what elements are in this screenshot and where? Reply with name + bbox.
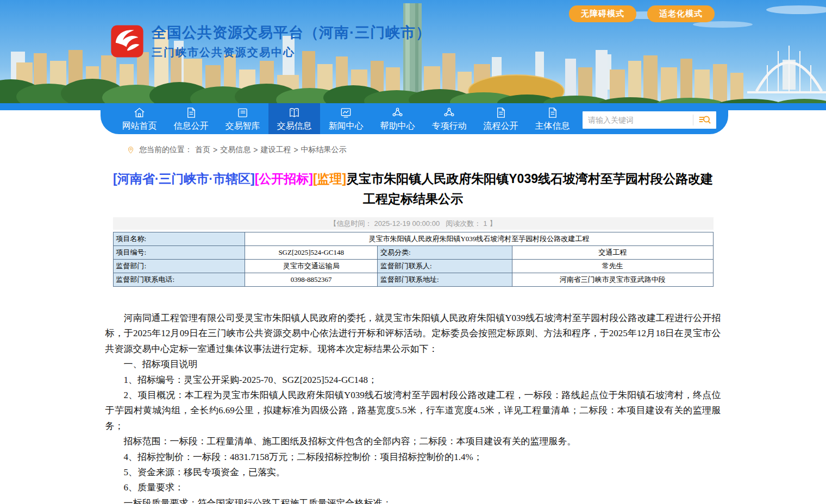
- search-input[interactable]: [583, 116, 693, 124]
- title-main-text: 灵宝市朱阳镇人民政府朱阳镇Y039线石坡湾村至芋园村段公路改建工程定标结果公示: [346, 172, 713, 206]
- nav-body: 网站首页 信息公开 交易智库 交易信息 新闻中心 帮助中心: [101, 103, 728, 134]
- center-name: 三门峡市公共资源交易中心: [152, 45, 431, 60]
- search-box: [583, 111, 716, 129]
- paragraph: 6、质量要求：: [105, 480, 721, 495]
- document-icon: [495, 106, 507, 119]
- table-row: 监督部门: 灵宝市交通运输局 监督部门联系人: 常先生: [113, 260, 713, 273]
- trade-category-label: 交易分类:: [378, 246, 512, 260]
- title-method-tag: [公开招标]: [255, 172, 313, 186]
- platform-title: 全国公共资源交易平台（河南·三门峡市）: [152, 23, 431, 42]
- nav-item-label: 交易信息: [277, 121, 312, 132]
- network-icon: [443, 106, 455, 119]
- breadcrumb-item-trade-info[interactable]: 交易信息: [220, 145, 251, 155]
- breadcrumb-item-home[interactable]: 首页: [195, 145, 210, 155]
- nav-item-label: 专项行动: [432, 121, 467, 132]
- breadcrumb: 您当前的位置： 首页> 交易信息> 建设工程> 中标结果公示: [127, 145, 826, 155]
- nav-item-home[interactable]: 网站首页: [114, 103, 165, 134]
- site-brand[interactable]: 全国公共资源交易平台（河南·三门峡市） 三门峡市公共资源交易中心: [110, 23, 431, 60]
- paragraph: 招标范围：一标段：工程量清单、施工图纸及招标文件包含的全部内容；二标段：本项目建…: [105, 434, 721, 449]
- project-info-table: 项目名称: 灵宝市朱阳镇人民政府朱阳镇Y039线石坡湾村至芋园村段公路改建工程 …: [113, 232, 714, 287]
- supervision-phone-value: 0398-8852367: [245, 273, 378, 287]
- read-count-label: 阅读次数：: [446, 219, 481, 228]
- project-number-value: SGZ[2025]524-GC148: [245, 246, 378, 260]
- supervision-contact-value: 常先生: [512, 260, 713, 273]
- document-icon: [185, 106, 197, 119]
- main-content: [河南省·三门峡市·市辖区][公开招标][监理]灵宝市朱阳镇人民政府朱阳镇Y03…: [113, 169, 714, 504]
- project-name-label: 项目名称:: [113, 232, 245, 246]
- title-category-tag: [监理]: [313, 172, 346, 186]
- breadcrumb-prefix: 您当前的位置：: [139, 145, 192, 155]
- project-name-value: 灵宝市朱阳镇人民政府朱阳镇Y039线石坡湾村至芋园村段公路改建工程: [245, 232, 713, 246]
- platform-logo-icon: [110, 24, 144, 58]
- breadcrumb-item-result-notice[interactable]: 中标结果公示: [301, 145, 347, 155]
- nav-item-trade-info[interactable]: 交易信息: [268, 103, 320, 134]
- paragraph: 一标段质量要求：符合国家现行公路工程施工质量评定合格标准；: [105, 496, 721, 504]
- info-meta-bar: 【信息时间：2025-12-19 00:00:00 阅读次数：1】: [113, 217, 714, 230]
- supervision-address-value: 河南省三门峡市灵宝市亚武路中段: [512, 273, 713, 287]
- mode-buttons: 无障碍模式 适老化模式: [569, 5, 715, 22]
- info-meta-suffix: 】: [490, 219, 497, 228]
- nav-item-special-action[interactable]: 专项行动: [423, 103, 475, 134]
- search-icon: [698, 114, 711, 127]
- network-icon: [391, 106, 404, 119]
- header-banner: 全国公共资源交易平台（河南·三门峡市） 三门峡市公共资源交易中心 无障碍模式 适…: [0, 0, 826, 103]
- nav-item-label: 信息公开: [174, 121, 209, 132]
- nav-item-label: 帮助中心: [380, 121, 415, 132]
- nav-item-news-center[interactable]: 新闻中心: [320, 103, 372, 134]
- accessibility-mode-button[interactable]: 无障碍模式: [569, 5, 636, 22]
- nav-item-label: 流程公开: [484, 121, 518, 132]
- nav-item-help-center[interactable]: 帮助中心: [372, 103, 423, 134]
- elderly-mode-button[interactable]: 适老化模式: [647, 5, 715, 22]
- nav-item-label: 主体信息: [535, 121, 570, 132]
- document-icon: [546, 106, 559, 119]
- nav-item-trade-library[interactable]: 交易智库: [217, 103, 268, 134]
- info-time-value: 2025-12-19 00:00:00: [374, 219, 440, 228]
- read-count-value: 1: [483, 219, 487, 228]
- supervision-dept-value: 灵宝市交通运输局: [245, 260, 378, 273]
- trade-category-value: 交通工程: [512, 246, 713, 260]
- supervision-contact-label: 监督部门联系人:: [378, 260, 512, 273]
- paragraph: 4、招标控制价：一标段：4831.7158万元；二标段招标控制价：项目招标控制价…: [105, 450, 721, 465]
- nav-item-subject-info[interactable]: 主体信息: [527, 103, 578, 134]
- nav-item-label: 网站首页: [122, 121, 157, 132]
- title-region-tag: [河南省·三门峡市·市辖区]: [113, 172, 255, 186]
- nav-item-label: 新闻中心: [329, 121, 364, 132]
- table-row: 监督部门联系电话: 0398-8852367 监督部门联系地址: 河南省三门峡市…: [113, 273, 713, 287]
- location-pin-icon: [127, 146, 135, 154]
- supervision-address-label: 监督部门联系地址:: [378, 273, 512, 287]
- search-button[interactable]: [693, 111, 716, 129]
- home-icon: [133, 106, 146, 119]
- info-time-label: 【信息时间：: [329, 219, 372, 228]
- table-row: 项目名称: 灵宝市朱阳镇人民政府朱阳镇Y039线石坡湾村至芋园村段公路改建工程: [113, 232, 713, 246]
- main-navigation: 网站首页 信息公开 交易智库 交易信息 新闻中心 帮助中心: [0, 103, 826, 134]
- announcement-body: 河南同通工程管理有限公司受灵宝市朱阳镇人民政府的委托，就灵宝市朱阳镇人民政府朱阳…: [105, 311, 721, 504]
- nav-item-info-disclosure[interactable]: 信息公开: [165, 103, 217, 134]
- book-icon: [288, 106, 301, 119]
- breadcrumb-item-construction[interactable]: 建设工程: [260, 145, 291, 155]
- page-title: [河南省·三门峡市·市辖区][公开招标][监理]灵宝市朱阳镇人民政府朱阳镇Y03…: [113, 169, 714, 209]
- paragraph: 河南同通工程管理有限公司受灵宝市朱阳镇人民政府的委托，就灵宝市朱阳镇人民政府朱阳…: [105, 311, 721, 357]
- nav-item-label: 交易智库: [226, 121, 260, 132]
- paragraph: 一、招标项目说明: [105, 357, 721, 372]
- table-row: 项目编号: SGZ[2025]524-GC148 交易分类: 交通工程: [113, 246, 713, 260]
- nav-item-process-disclosure[interactable]: 流程公开: [475, 103, 527, 134]
- supervision-phone-label: 监督部门联系电话:: [113, 273, 245, 287]
- news-icon: [340, 106, 352, 119]
- project-number-label: 项目编号:: [113, 246, 245, 260]
- paragraph: 5、资金来源：移民专项资金，已落实。: [105, 465, 721, 480]
- archive-icon: [236, 106, 249, 119]
- supervision-dept-label: 监督部门:: [113, 260, 245, 273]
- paragraph: 2、项目概况：本工程为灵宝市朱阳镇人民政府朱阳镇Y039线石坡湾村至芋园村段公路…: [105, 388, 721, 434]
- paragraph: 1、招标编号：灵宝公开采购-2025-70、SGZ[2025]524-GC148…: [105, 373, 721, 388]
